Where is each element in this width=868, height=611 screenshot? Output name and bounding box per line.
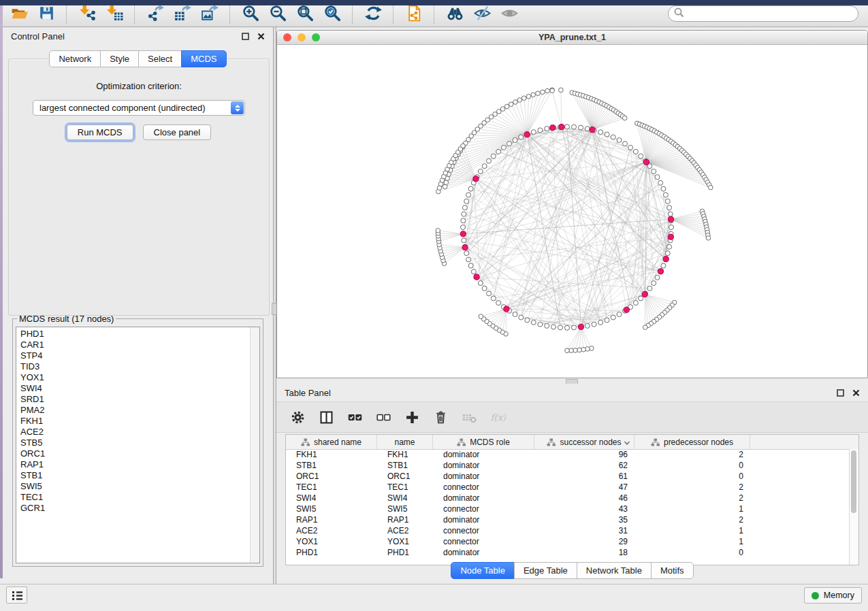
- graph-node[interactable]: [598, 130, 603, 135]
- column-header-predecessor-nodes[interactable]: predecessor nodes: [634, 435, 750, 449]
- optimization-criterion-select[interactable]: largest connected component (undirected): [33, 100, 245, 116]
- column-header-shared-name[interactable]: shared name: [286, 435, 377, 449]
- graph-node[interactable]: [617, 138, 622, 143]
- float-panel-icon[interactable]: [837, 389, 844, 397]
- table-row[interactable]: YOX1YOX1connector291: [286, 536, 850, 547]
- graph-node[interactable]: [461, 218, 466, 223]
- graph-node[interactable]: [538, 322, 543, 327]
- graph-node[interactable]: [496, 301, 501, 306]
- graph-node[interactable]: [487, 159, 492, 163]
- graph-node[interactable]: [558, 325, 563, 330]
- graph-node[interactable]: [491, 154, 496, 159]
- graph-leaf-node[interactable]: [513, 100, 518, 105]
- memory-button[interactable]: Memory: [804, 587, 862, 604]
- graph-mcds-hub-node[interactable]: [663, 257, 669, 262]
- graph-leaf-node[interactable]: [522, 96, 527, 101]
- mcds-result-item[interactable]: CAR1: [20, 340, 259, 350]
- mcds-result-item[interactable]: TID3: [20, 361, 259, 372]
- mcds-result-list[interactable]: PHD1CAR1STP4TID3YOX1SWI4SRD1PMA2FKH1ACE2…: [16, 327, 260, 563]
- graph-node[interactable]: [633, 149, 638, 154]
- graph-node[interactable]: [478, 281, 483, 286]
- graph-leaf-node[interactable]: [504, 104, 509, 109]
- graph-node[interactable]: [647, 286, 652, 291]
- mcds-result-item[interactable]: STP4: [20, 350, 259, 361]
- column-header-name[interactable]: name: [377, 435, 433, 449]
- graph-node[interactable]: [471, 269, 476, 274]
- graph-mcds-hub-node[interactable]: [524, 132, 530, 137]
- graph-node[interactable]: [611, 135, 615, 139]
- mcds-result-item[interactable]: FKH1: [20, 416, 259, 427]
- graph-node[interactable]: [507, 142, 512, 146]
- mcds-result-item[interactable]: GCR1: [20, 503, 259, 514]
- panel-menu-button[interactable]: [6, 587, 27, 604]
- graph-node[interactable]: [663, 193, 668, 197]
- mcds-result-item[interactable]: STB1: [20, 470, 259, 481]
- graph-node[interactable]: [665, 251, 670, 256]
- table-row[interactable]: PHD1PHD1dominator180: [286, 547, 850, 558]
- graph-node[interactable]: [661, 263, 666, 268]
- graph-node[interactable]: [658, 180, 663, 185]
- mcds-result-item[interactable]: YOX1: [20, 372, 259, 383]
- graph-node[interactable]: [461, 225, 466, 230]
- mcds-result-item[interactable]: ORC1: [20, 448, 259, 459]
- graph-mcds-hub-node[interactable]: [590, 127, 595, 133]
- tab-style[interactable]: Style: [100, 50, 139, 67]
- graph-node[interactable]: [668, 212, 673, 216]
- network-canvas[interactable]: [277, 45, 867, 378]
- horizontal-splitter[interactable]: [276, 378, 868, 384]
- graph-leaf-node[interactable]: [436, 229, 440, 233]
- graph-leaf-node[interactable]: [559, 88, 564, 93]
- graph-node[interactable]: [464, 251, 469, 256]
- graph-leaf-node[interactable]: [500, 107, 505, 112]
- graph-node[interactable]: [513, 138, 517, 143]
- graph-leaf-node[interactable]: [565, 348, 570, 353]
- mcds-list-scrollbar[interactable]: [250, 327, 259, 563]
- graph-node[interactable]: [464, 199, 469, 203]
- graph-mcds-hub-node[interactable]: [668, 216, 673, 222]
- graph-node[interactable]: [579, 125, 583, 130]
- graph-leaf-node[interactable]: [622, 116, 627, 120]
- graph-leaf-node[interactable]: [550, 88, 555, 93]
- graph-node[interactable]: [572, 325, 577, 330]
- graph-node[interactable]: [652, 281, 656, 286]
- graph-node[interactable]: [462, 205, 467, 210]
- mcds-result-item[interactable]: SWI4: [20, 383, 259, 394]
- graph-mcds-hub-node[interactable]: [578, 324, 583, 329]
- mcds-result-item[interactable]: SRD1: [20, 394, 259, 405]
- tab-select[interactable]: Select: [138, 50, 182, 67]
- delete-columns-button[interactable]: [433, 410, 449, 425]
- tab-motifs[interactable]: Motifs: [651, 562, 694, 579]
- network-window-titlebar[interactable]: YPA_prune.txt_1: [277, 31, 867, 45]
- graph-node[interactable]: [628, 145, 633, 150]
- graph-node[interactable]: [468, 186, 473, 191]
- scrollbar-thumb[interactable]: [851, 450, 856, 513]
- graph-leaf-node[interactable]: [643, 325, 648, 330]
- graph-node[interactable]: [592, 322, 596, 327]
- graph-mcds-hub-node[interactable]: [462, 245, 468, 250]
- add-column-button[interactable]: [404, 410, 420, 425]
- mcds-result-item[interactable]: RAP1: [20, 459, 259, 470]
- graph-node[interactable]: [585, 127, 590, 131]
- graph-node[interactable]: [605, 132, 609, 137]
- graph-leaf-node[interactable]: [706, 236, 711, 241]
- table-row[interactable]: RAP1RAP1dominator352: [286, 514, 850, 525]
- graph-node[interactable]: [525, 318, 530, 323]
- graph-node[interactable]: [669, 225, 674, 230]
- graph-node[interactable]: [513, 312, 517, 317]
- graph-node[interactable]: [545, 323, 549, 328]
- graph-leaf-node[interactable]: [526, 94, 531, 99]
- tab-node-table[interactable]: Node Table: [451, 562, 515, 579]
- graph-node[interactable]: [572, 125, 577, 129]
- graph-leaf-node[interactable]: [709, 185, 713, 190]
- graph-node[interactable]: [655, 175, 660, 180]
- graph-node[interactable]: [519, 135, 524, 139]
- graph-node[interactable]: [652, 169, 656, 174]
- graph-node[interactable]: [661, 186, 666, 191]
- graph-node[interactable]: [633, 301, 638, 306]
- graph-leaf-node[interactable]: [479, 314, 483, 319]
- graph-node[interactable]: [617, 312, 622, 317]
- graph-mcds-hub-node[interactable]: [668, 234, 673, 240]
- graph-node[interactable]: [623, 142, 628, 146]
- graph-node[interactable]: [531, 320, 536, 325]
- graph-node[interactable]: [462, 238, 466, 243]
